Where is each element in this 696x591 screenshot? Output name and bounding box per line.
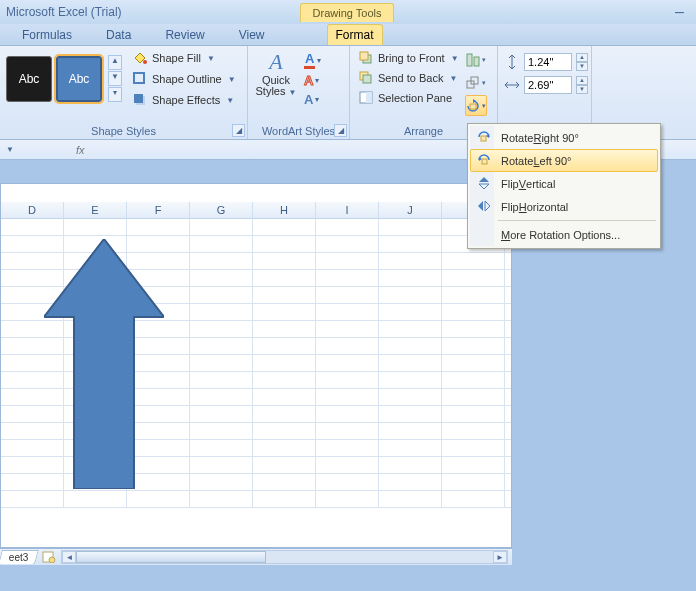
menu-rotate-right-90[interactable]: Rotate Right 90° [470,126,658,149]
wordart-dialog-launcher[interactable]: ◢ [334,124,347,137]
gallery-scroll[interactable]: ▲▼▾ [108,55,122,103]
insert-sheet-button[interactable] [41,550,57,564]
menu-separator [498,220,656,221]
pencil-icon [132,71,148,87]
group-shape-styles: Abc Abc ▲▼▾ Shape Fill▼ Shape Outline▼ S… [0,46,248,139]
height-control: ▲▼ [504,53,585,71]
bring-to-front-button[interactable]: Bring to Front▼ [356,49,461,67]
col-header[interactable]: H [253,202,316,218]
arrow-shape[interactable] [44,239,164,491]
group-wordart-styles: A QuickStyles ▼ A▾ A▾ A▾ WordArt Styles … [248,46,350,139]
height-input[interactable] [524,53,572,71]
minimize-button[interactable]: – [669,3,690,21]
shape-outline-button[interactable]: Shape Outline▼ [130,70,238,88]
width-spinner[interactable]: ▲▼ [576,76,588,94]
app-title: Microsoft Excel (Trial) [6,5,122,19]
svg-rect-10 [467,54,472,66]
svg-point-16 [49,557,55,563]
svg-rect-11 [474,57,479,66]
scroll-thumb[interactable] [76,551,266,563]
group-label-wordart: WordArt Styles [254,124,343,138]
tab-review[interactable]: Review [157,25,212,45]
context-tab-label: Drawing Tools [300,3,395,22]
height-spinner[interactable]: ▲▼ [576,53,588,71]
shape-style-gallery[interactable]: Abc Abc ▲▼▾ [6,49,122,109]
horizontal-scrollbar[interactable]: ◄ ► [61,550,508,564]
group-button[interactable]: ▾ [465,72,487,93]
svg-rect-17 [481,136,486,141]
tab-format[interactable]: Format [327,24,383,45]
text-fill-button[interactable]: A▾ [304,51,321,69]
menu-more-rotation-options[interactable]: More Rotation Options... [470,223,658,246]
wordart-glyph-icon: A [269,49,282,75]
text-outline-button[interactable]: A▾ [304,73,321,88]
column-headers[interactable]: D E F G H I J K [1,202,511,219]
quick-styles-button[interactable]: A QuickStyles ▼ [254,49,298,97]
name-box-dropdown[interactable]: ▼ [6,145,14,154]
tab-formulas[interactable]: Formulas [14,25,80,45]
bring-front-icon [358,50,374,66]
rotate-menu: Rotate Right 90° Rotate Left 90° Flip Ve… [467,123,661,249]
svg-rect-5 [360,52,368,60]
svg-rect-14 [470,104,476,109]
rotate-right-icon [475,129,493,147]
menu-rotate-left-90[interactable]: Rotate Left 90° [470,149,658,172]
ribbon-tabs: Formulas Data Review View Format [0,24,696,46]
rotate-left-icon [475,152,493,170]
col-header[interactable]: I [316,202,379,218]
rotate-icon [465,98,481,114]
align-icon [465,52,481,68]
height-icon [504,54,520,70]
svg-point-0 [143,60,147,64]
effects-icon [132,92,148,108]
flip-horizontal-icon [475,198,493,216]
selection-pane-button[interactable]: Selection Pane [356,89,461,107]
send-back-icon [358,70,374,86]
flip-vertical-icon [475,175,493,193]
scroll-left-button[interactable]: ◄ [62,551,76,563]
bucket-icon [132,50,148,66]
menu-flip-vertical[interactable]: Flip Vertical [470,172,658,195]
width-input[interactable] [524,76,572,94]
col-header[interactable]: E [64,202,127,218]
width-icon [504,77,520,93]
sheet-tab-bar: eet3 ◄ ► [0,548,512,565]
col-header[interactable]: D [1,202,64,218]
shape-fill-button[interactable]: Shape Fill▼ [130,49,238,67]
svg-rect-3 [134,94,143,103]
shape-styles-dialog-launcher[interactable]: ◢ [232,124,245,137]
send-to-back-button[interactable]: Send to Back▼ [356,69,461,87]
title-bar: Microsoft Excel (Trial) Drawing Tools – [0,0,696,24]
rotate-button[interactable]: ▾ [465,95,487,116]
group-label-shape-styles: Shape Styles [6,124,241,138]
svg-rect-1 [134,73,144,83]
col-header[interactable]: F [127,202,190,218]
fx-label[interactable]: fx [76,144,85,156]
shape-style-sample-1[interactable]: Abc [6,56,52,102]
svg-rect-7 [363,75,371,83]
menu-flip-horizontal[interactable]: Flip Horizontal [470,195,658,218]
width-control: ▲▼ [504,76,585,94]
sheet-tab[interactable]: eet3 [0,550,39,564]
align-button[interactable]: ▾ [465,49,487,70]
group-icon [465,75,481,91]
col-header[interactable]: G [190,202,253,218]
tab-view[interactable]: View [231,25,273,45]
shape-effects-button[interactable]: Shape Effects▼ [130,91,238,109]
scroll-right-button[interactable]: ► [493,551,507,563]
svg-rect-18 [482,159,487,164]
selection-pane-icon [358,90,374,106]
shape-style-sample-2[interactable]: Abc [56,56,102,102]
col-header[interactable]: J [379,202,442,218]
svg-rect-9 [366,92,372,103]
text-effects-button[interactable]: A▾ [304,92,321,107]
worksheet-window: – ❐ D E F G H I J K [0,183,512,548]
tab-data[interactable]: Data [98,25,139,45]
